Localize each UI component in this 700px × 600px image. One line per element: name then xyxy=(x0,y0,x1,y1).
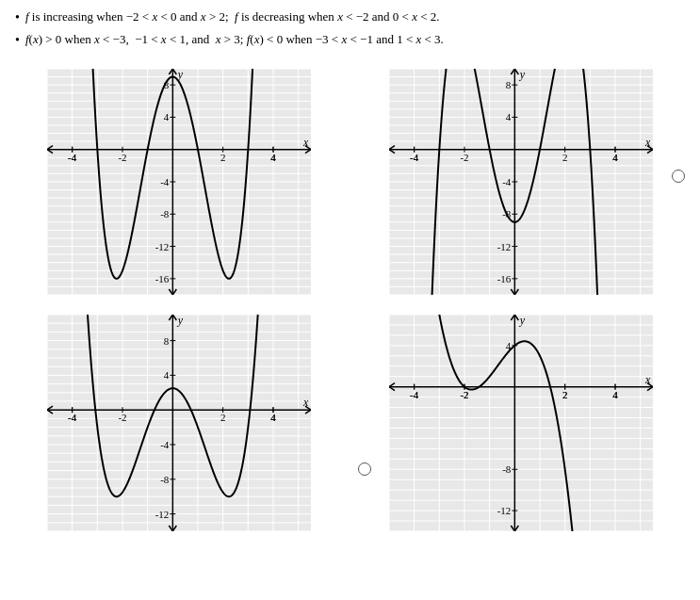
graph-top-left xyxy=(8,61,350,302)
line1-text: f is increasing when −2 < x < 0 and x > … xyxy=(25,8,440,27)
line2-text: f(x) > 0 when x < −3, −1 < x < 1, and x … xyxy=(25,30,444,50)
graph-canvas-top-left xyxy=(47,69,311,295)
bullet-1: • xyxy=(15,8,20,28)
graph-top-right xyxy=(350,61,693,302)
bullet-2: • xyxy=(15,30,20,51)
graphs-container xyxy=(0,57,700,547)
graph-bottom-right xyxy=(350,302,693,543)
graph-canvas-top-right xyxy=(389,69,653,295)
radio-button-bottom-left[interactable] xyxy=(358,462,371,476)
graph-bottom-left xyxy=(8,302,350,543)
header-text: • f is increasing when −2 < x < 0 and x … xyxy=(0,0,700,57)
graph-canvas-bottom-right xyxy=(389,315,653,531)
radio-button-top-right[interactable] xyxy=(672,170,685,183)
graph-canvas-bottom-left xyxy=(47,315,311,531)
